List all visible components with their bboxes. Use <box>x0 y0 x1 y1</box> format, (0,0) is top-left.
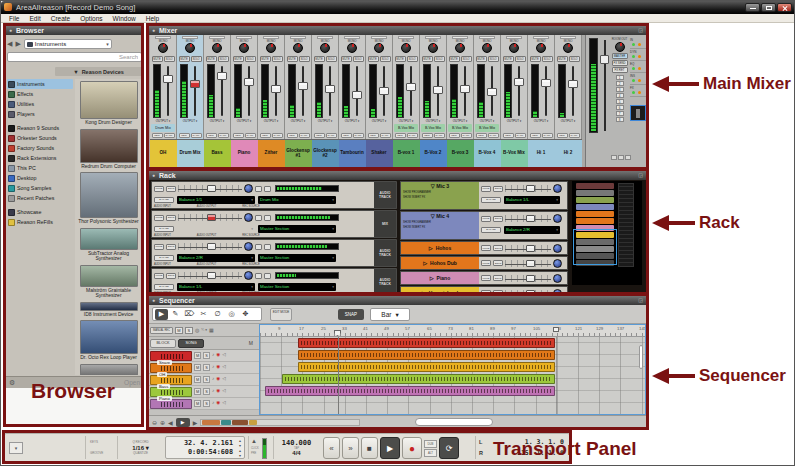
mute-button[interactable]: MUTE <box>287 56 298 62</box>
mute-button[interactable]: MUTE <box>341 56 352 62</box>
channel-name-tab[interactable]: Glockensp #2 <box>312 139 339 167</box>
solo-button[interactable]: SOLO <box>542 56 553 62</box>
channel-name-tab[interactable]: Tambourin <box>339 139 366 167</box>
collapsed-icon[interactable]: ▷ <box>429 245 433 251</box>
record-enable-icon[interactable]: ◉ <box>216 389 220 394</box>
channel-name-tab[interactable]: Drum Mix <box>177 139 204 167</box>
pan-knob[interactable] <box>320 43 330 53</box>
seq-tool-icon[interactable]: ✎ <box>169 309 182 320</box>
grid-icon[interactable]: ▦ <box>209 327 214 333</box>
track-solo-button[interactable]: S <box>203 376 210 383</box>
mute-button[interactable]: MUTE <box>503 56 514 62</box>
seq-button[interactable]: SEQ <box>530 133 541 138</box>
note-lane-icon[interactable]: ♪ <box>212 401 214 406</box>
solo-button[interactable]: SOLO <box>493 275 503 281</box>
pan-knob[interactable] <box>244 184 253 193</box>
track-solo-button[interactable]: S <box>203 388 210 395</box>
device-color-block[interactable]: ▷ Harpsichord <box>401 287 479 293</box>
output-display[interactable]: Master Section ▾ <box>258 254 336 262</box>
pan-knob[interactable] <box>553 244 562 253</box>
solo-button[interactable]: SOLO <box>493 260 503 266</box>
channel-name-tab[interactable]: B-Vox Mix <box>501 139 528 167</box>
rec-mini-button[interactable] <box>264 273 271 279</box>
mixer-header[interactable]: ● Mixer ◲ <box>148 25 647 35</box>
expand-icon[interactable]: ▽ <box>431 183 435 189</box>
seq-button[interactable]: SEQ <box>341 133 352 138</box>
track-color-tab[interactable]: Piano <box>150 399 192 409</box>
menu-item[interactable]: Options <box>75 15 107 22</box>
fx-number-button[interactable]: 4 <box>616 93 624 98</box>
mute-button[interactable]: MUTE <box>154 273 164 279</box>
track-mute-button[interactable]: M <box>194 364 201 371</box>
seq-mini-button[interactable] <box>255 215 262 221</box>
output-display[interactable]: Master Section ▾ <box>258 283 336 291</box>
bypass-button[interactable]: BYPASS <box>154 197 174 203</box>
minimize-button[interactable] <box>745 3 760 12</box>
alt-button[interactable]: ALT <box>424 449 437 457</box>
balance-display[interactable]: Balance 2/R ▾ <box>504 226 560 234</box>
fader-handle[interactable] <box>298 82 308 90</box>
seq-button[interactable]: SEQ <box>557 133 568 138</box>
strip-section-row[interactable]: IN <box>630 37 646 49</box>
device-list-item[interactable]: Dr. Octo Rex Loop Player <box>75 320 142 361</box>
menu-item[interactable]: Edit <box>24 15 45 22</box>
channel-name-tab[interactable]: B-vox 3 <box>447 139 474 167</box>
fader-handle[interactable] <box>325 85 335 93</box>
stop-button[interactable]: ■ <box>361 437 378 459</box>
play-button[interactable]: ▶ <box>380 437 400 459</box>
fader-handle[interactable] <box>406 83 416 91</box>
browser-category-item[interactable]: Song Samples <box>7 183 73 193</box>
open-button[interactable]: Open <box>124 379 140 386</box>
solo-button[interactable]: SOLO <box>434 56 445 62</box>
pan-knob[interactable] <box>553 259 562 268</box>
device-list-item[interactable]: Malström Graintable Synthesizer <box>75 265 142 299</box>
fader-handle[interactable] <box>217 72 227 80</box>
fader-handle[interactable] <box>568 80 578 88</box>
seq-button[interactable]: SEQ <box>152 133 163 138</box>
rack-button[interactable]: RACK <box>542 133 553 138</box>
browser-category-item[interactable]: Recent Patches <box>7 193 73 203</box>
fader-handle[interactable] <box>433 86 443 94</box>
pan-knob[interactable] <box>401 43 411 53</box>
solo-button[interactable]: SOLO <box>272 56 283 62</box>
record-enable-icon[interactable]: ◉ <box>216 401 220 406</box>
track-mute-button[interactable]: M <box>194 352 201 359</box>
pan-knob[interactable] <box>266 43 276 53</box>
maximize-button[interactable] <box>761 3 776 12</box>
device-type-dropdown[interactable]: Instruments ▾ <box>24 39 112 49</box>
solo-button[interactable]: SOLO <box>164 56 175 62</box>
seq-button[interactable]: SEQ <box>233 133 244 138</box>
note-lane-icon[interactable]: ♪ <box>212 389 214 394</box>
mute-button[interactable]: MUTE <box>557 56 568 62</box>
seq-tool-icon[interactable]: ▶ <box>155 309 168 320</box>
strip-section-row[interactable]: DYN <box>630 49 646 61</box>
pan-knob[interactable] <box>244 242 253 251</box>
mute-button[interactable]: MUTE <box>152 56 163 62</box>
gear-icon[interactable]: ⚙ <box>9 379 15 387</box>
audio-clip[interactable] <box>298 350 555 360</box>
solo-button[interactable]: SOLO <box>353 56 364 62</box>
fader-handle[interactable] <box>163 75 173 83</box>
device-list-item[interactable]: SubTractor Analog Synthesizer <box>75 228 142 262</box>
record-enable-icon[interactable]: ◉ <box>216 365 220 370</box>
snap-button[interactable]: SNAP <box>338 309 364 320</box>
record-button[interactable]: ● <box>402 437 422 459</box>
edit-mode-button[interactable]: EDIT MODE <box>270 308 292 321</box>
record-enable-icon[interactable]: ◉ <box>216 353 220 358</box>
rack-button[interactable]: RACK <box>191 133 202 138</box>
back-icon[interactable]: ◀ <box>7 40 12 48</box>
solo-button[interactable]: SOLO <box>380 56 391 62</box>
pan-knob[interactable] <box>428 43 438 53</box>
rack-button[interactable]: RACK <box>488 133 499 138</box>
device-list-item[interactable]: ID8 Instrument Device <box>75 302 142 318</box>
solo-button[interactable]: SOLO <box>299 56 310 62</box>
fader-handle[interactable] <box>244 78 254 86</box>
browser-category-item[interactable]: This PC <box>7 163 73 173</box>
balance-display[interactable]: Balance 1/L ▾ <box>504 196 560 204</box>
slider-handle[interactable] <box>207 272 216 279</box>
channel-name-tab[interactable]: Shaker <box>366 139 393 167</box>
fx-number-button[interactable]: 6 <box>616 105 624 110</box>
manual-rec-button[interactable]: MANUAL REC <box>150 327 173 334</box>
loop-button[interactable]: ⟳ <box>439 437 459 459</box>
channel-name-tab[interactable]: Hi 2 <box>555 139 582 167</box>
